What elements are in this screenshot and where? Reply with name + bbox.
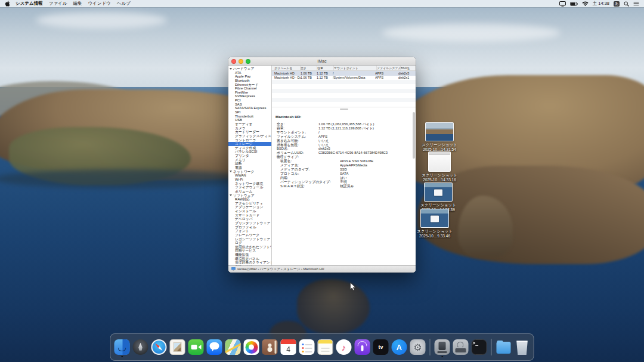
disclosure-triangle-icon[interactable] bbox=[230, 171, 232, 172]
dock-icon-tv[interactable]: tv bbox=[373, 339, 389, 355]
sidebar-item[interactable]: ATA bbox=[228, 71, 271, 75]
sidebar-item[interactable]: パラレルSCSI bbox=[228, 150, 271, 154]
column-capacity[interactable]: 容量 bbox=[317, 66, 334, 70]
dock-icon-launchpad[interactable] bbox=[132, 339, 149, 355]
menu-item[interactable]: ヘルプ bbox=[117, 1, 131, 7]
sidebar-item[interactable]: RAW対応 bbox=[228, 197, 271, 202]
dock-icon-maps[interactable] bbox=[225, 339, 242, 355]
dock-icon-preferences[interactable]: ⚙ bbox=[410, 339, 426, 355]
sidebar-item[interactable]: プロファイル bbox=[228, 225, 271, 230]
column-file-system[interactable]: ファイルシステム bbox=[377, 66, 401, 70]
sidebar-item[interactable]: Fibre Channel bbox=[228, 86, 271, 91]
sidebar-item[interactable]: インストール bbox=[228, 209, 271, 214]
dock-icon-calendar[interactable]: 4 bbox=[280, 339, 297, 355]
dock-icon-safari[interactable] bbox=[151, 339, 168, 355]
column-volume-name[interactable]: ボリューム名 bbox=[272, 66, 301, 70]
close-button[interactable] bbox=[231, 59, 236, 64]
sidebar-item[interactable]: フォント bbox=[228, 229, 271, 233]
sidebar-item[interactable]: プリンタソフトウェア bbox=[228, 221, 271, 225]
sidebar-item[interactable]: 同期サービス bbox=[228, 249, 271, 253]
window-title-bar[interactable]: iMac bbox=[228, 57, 416, 66]
desktop-icon-screenshot[interactable]: スクリーンショット 2025-10…9.33.46 bbox=[416, 209, 454, 238]
sidebar-item[interactable]: ネットワーク環境 bbox=[228, 182, 271, 186]
menu-item[interactable]: システム情報 bbox=[16, 1, 43, 7]
sidebar-item[interactable]: Bluetooth bbox=[228, 79, 271, 83]
sidebar-item[interactable]: Wi-Fi bbox=[228, 178, 271, 182]
dock-icon-terminal[interactable]: >_ bbox=[471, 339, 488, 355]
sidebar-item[interactable]: USB bbox=[228, 118, 271, 122]
dock-icon-sysinfo[interactable] bbox=[434, 339, 451, 355]
apple-menu-icon[interactable] bbox=[5, 1, 10, 7]
sidebar-item[interactable]: WWAN bbox=[228, 174, 271, 178]
sidebar-item[interactable]: 電源 bbox=[228, 166, 271, 170]
sidebar-item[interactable]: ファイアウォール bbox=[228, 185, 271, 190]
sidebar-item[interactable]: Thunderbolt bbox=[228, 115, 271, 119]
dock-icon-downloads[interactable] bbox=[496, 339, 512, 355]
sidebar-item[interactable]: アクセシビリティ bbox=[228, 202, 271, 206]
minimize-button[interactable] bbox=[239, 59, 243, 64]
dock-icon-music[interactable]: ♪ bbox=[336, 339, 352, 355]
sidebar-item[interactable]: ボリューム bbox=[228, 190, 271, 194]
dock-icon-podcasts[interactable] bbox=[354, 339, 371, 355]
menu-item[interactable]: 編集 bbox=[73, 1, 82, 7]
sidebar-item[interactable]: Apple Pay bbox=[228, 75, 271, 79]
dock-icon-notes[interactable] bbox=[317, 339, 334, 355]
notification-center-icon[interactable] bbox=[633, 1, 639, 6]
sidebar-item[interactable]: レガシーソフトウェア bbox=[228, 237, 271, 242]
sidebar-item[interactable]: オーディオ bbox=[228, 122, 271, 126]
dock-icon-diskutility[interactable] bbox=[453, 339, 469, 355]
wifi-icon[interactable] bbox=[582, 1, 589, 6]
battery-icon[interactable] bbox=[570, 2, 578, 6]
sidebar-item[interactable]: FireWire bbox=[228, 91, 271, 95]
dock-item[interactable] bbox=[430, 339, 431, 355]
zoom-button[interactable] bbox=[246, 59, 250, 64]
sidebar-item[interactable]: デベロッパ bbox=[228, 217, 271, 221]
sidebar-item[interactable]: メモリ bbox=[228, 158, 271, 162]
input-source-icon[interactable]: あ bbox=[614, 1, 620, 7]
dock-icon-contacts[interactable] bbox=[262, 339, 278, 355]
dock-icon-photos[interactable] bbox=[243, 339, 260, 355]
sidebar-item[interactable]: スマートカード bbox=[228, 214, 271, 218]
dock-item[interactable] bbox=[491, 339, 492, 355]
sidebar-item[interactable]: プリンタ bbox=[228, 154, 271, 158]
sidebar-item[interactable]: カメラ bbox=[228, 126, 271, 131]
disclosure-triangle-icon[interactable] bbox=[230, 68, 232, 70]
sidebar-item[interactable]: アプリケーション bbox=[228, 205, 271, 209]
column-mount-point[interactable]: マウントポイント bbox=[334, 66, 377, 70]
sidebar-item[interactable]: SAS bbox=[228, 103, 271, 107]
dock-icon-trash[interactable] bbox=[514, 339, 531, 355]
column-free[interactable]: 空き bbox=[301, 66, 317, 70]
menu-item[interactable]: ファイル bbox=[49, 1, 67, 7]
sidebar-item[interactable]: NVMExpress bbox=[228, 94, 271, 98]
sidebar-item[interactable]: ネットワーク bbox=[228, 170, 271, 174]
dock-icon-appstore[interactable]: A bbox=[391, 339, 408, 355]
menu-bar-clock[interactable]: 土 14:38 bbox=[593, 1, 609, 7]
dock-icon-reminders[interactable] bbox=[299, 339, 315, 355]
sidebar-item[interactable]: 管理対象のクライアント bbox=[228, 261, 271, 265]
dock-icon-messages[interactable] bbox=[206, 339, 223, 355]
sidebar-item[interactable]: 機能拡張 bbox=[228, 253, 271, 257]
sidebar-item[interactable]: 診断 bbox=[228, 162, 271, 166]
sidebar-item[interactable]: ログ bbox=[228, 241, 271, 245]
column-bsd-name[interactable]: BSD名 bbox=[401, 66, 416, 70]
dock-icon-facetime[interactable] bbox=[188, 339, 205, 355]
sidebar-item[interactable]: 使用停止されたソフトウェア bbox=[228, 245, 271, 249]
sidebar-item[interactable]: グラフィックス/ディスプレイ bbox=[228, 134, 271, 138]
desktop-icon-screenshot[interactable]: スクリーンショット 2025-10…14.32.39 bbox=[419, 182, 457, 212]
sidebar-item[interactable]: ストレージ bbox=[228, 142, 271, 146]
spotlight-icon[interactable] bbox=[624, 1, 629, 7]
volume-row[interactable]: Macintosh HD - Data 1.06 TB 1.12 TB /Sys… bbox=[272, 76, 416, 81]
desktop-icon-screenshot[interactable]: スクリーンショット 2025-10…14.33.16 bbox=[420, 151, 459, 182]
dock-icon-mail[interactable] bbox=[169, 339, 186, 355]
desktop-icon-screenshot[interactable]: スクリーンショット 2025-10…14.31.54 bbox=[420, 122, 459, 151]
sidebar-item[interactable]: ディスク作成 bbox=[228, 146, 271, 150]
screen-mirroring-icon[interactable] bbox=[559, 1, 566, 7]
sidebar-item[interactable]: ソフトウェア bbox=[228, 194, 271, 198]
sidebar-item[interactable]: ハードウェア bbox=[228, 67, 271, 71]
sidebar-item[interactable]: SATA/SATA Express bbox=[228, 106, 271, 110]
disclosure-triangle-icon[interactable] bbox=[230, 194, 232, 196]
sidebar-item[interactable]: 環境設定パネル bbox=[228, 257, 271, 261]
menu-item[interactable]: ウインドウ bbox=[88, 1, 110, 7]
sidebar-item[interactable]: PCI bbox=[228, 98, 271, 103]
sidebar-item[interactable]: フレームワーク bbox=[228, 233, 271, 237]
